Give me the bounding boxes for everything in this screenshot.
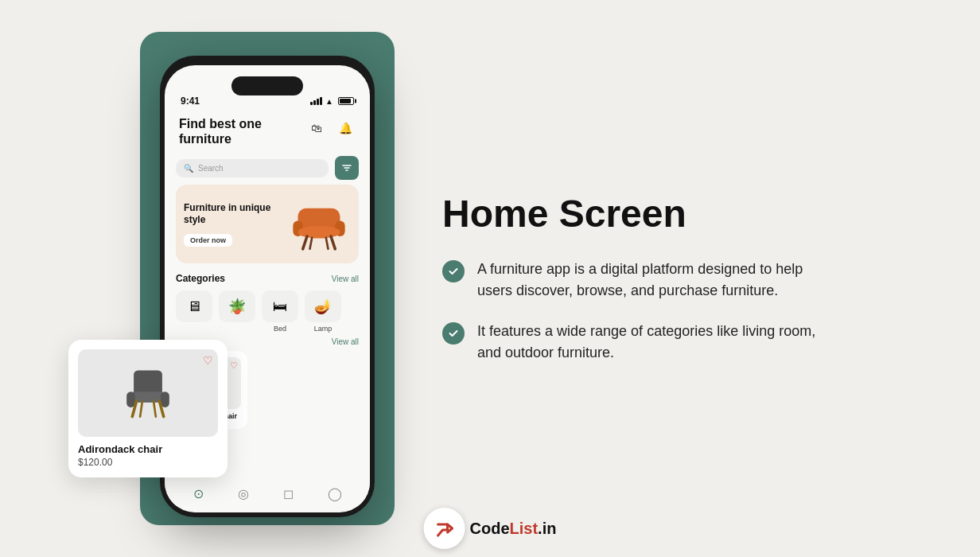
search-bar: 🔍 Search (176, 156, 359, 180)
check-icon-2 (442, 322, 465, 345)
app-title: Find best one furniture (179, 116, 262, 146)
section-title: Home Screen (442, 193, 840, 236)
app-header: Find best one furniture 🛍 🔔 (165, 110, 370, 151)
popup-chair-image: ♡ (78, 349, 218, 437)
svg-line-10 (310, 238, 313, 249)
order-now-button[interactable]: Order now (184, 234, 232, 247)
nav-home[interactable]: ⊙ (193, 486, 204, 501)
popup-chair-name: Adirondack chair (78, 443, 218, 455)
feature-list: A furniture app is a digital platform de… (442, 259, 840, 364)
cart-icon[interactable]: 🛍 (306, 118, 327, 138)
bed-icon: 🛏 (262, 290, 298, 322)
bed-label: Bed (274, 325, 286, 333)
feature-item-2: It features a wide range of categories l… (442, 321, 840, 364)
product-heart-icon[interactable]: ♡ (230, 360, 238, 371)
popup-heart-icon[interactable]: ♡ (203, 354, 213, 367)
categories-header: Categories View all (165, 268, 370, 287)
lamp-label: Lamp (314, 325, 332, 333)
battery-icon (338, 97, 354, 105)
svg-point-7 (298, 226, 340, 239)
signal-icon (310, 97, 322, 105)
svg-rect-22 (161, 391, 169, 407)
header-icons: 🛍 🔔 (306, 118, 356, 138)
products-view-all[interactable]: View all (332, 337, 359, 346)
category-lamp[interactable]: 🪔 Lamp (305, 290, 341, 333)
category-monitor[interactable]: 🖥 (176, 290, 212, 333)
svg-point-27 (430, 514, 459, 543)
status-icons: ▲ (310, 97, 354, 106)
svg-rect-21 (126, 391, 135, 407)
bell-icon[interactable]: 🔔 (335, 118, 356, 138)
svg-line-8 (303, 236, 307, 249)
codelist-logo (424, 508, 465, 549)
filter-button[interactable] (335, 156, 359, 180)
feature-item-1: A furniture app is a digital platform de… (442, 259, 840, 302)
phone-area: 9:41 ▲ (140, 32, 395, 525)
svg-line-25 (140, 401, 142, 416)
banner-title: Furniture in unique style (184, 202, 287, 227)
promo-banner: Furniture in unique style Order now (176, 185, 359, 263)
watermark-text: CodeList.in (470, 520, 557, 538)
categories-label: Categories (176, 273, 225, 284)
popup-chair-price: $120.00 (78, 457, 218, 468)
plant-icon: 🪴 (219, 290, 255, 322)
feature-text-1: A furniture app is a digital platform de… (477, 259, 840, 302)
page-container: 9:41 ▲ (0, 0, 980, 557)
product-popup-card: ♡ Adirondack chair $120.00 (68, 340, 228, 477)
right-content: Home Screen A furniture app is a digital… (442, 193, 840, 364)
watermark: CodeList.in (424, 508, 557, 549)
svg-line-9 (331, 236, 335, 249)
nav-profile[interactable]: ◯ (328, 486, 342, 501)
banner-chair-image (287, 194, 351, 254)
monitor-icon: 🖥 (176, 290, 212, 322)
svg-line-11 (326, 238, 329, 249)
feature-text-2: It features a wide range of categories l… (477, 321, 840, 364)
lamp-icon: 🪔 (305, 290, 341, 322)
categories-row: 🖥 🪴 🛏 Bed 🪔 Lamp (165, 287, 370, 336)
bottom-nav: ⊙ ◎ ◻ ◯ (165, 481, 370, 506)
svg-line-26 (154, 401, 156, 416)
wifi-icon: ▲ (325, 97, 333, 106)
status-time: 9:41 (181, 95, 200, 107)
category-plant[interactable]: 🪴 (219, 290, 255, 333)
search-input-wrap[interactable]: 🔍 Search (176, 159, 329, 177)
banner-text: Furniture in unique style Order now (184, 202, 287, 247)
search-magnifier-icon: 🔍 (184, 164, 193, 173)
nav-search[interactable]: ◎ (238, 486, 249, 501)
search-placeholder: Search (198, 164, 224, 173)
nav-cart[interactable]: ◻ (283, 486, 294, 501)
category-bed[interactable]: 🛏 Bed (262, 290, 298, 333)
dynamic-island (231, 76, 303, 95)
categories-view-all[interactable]: View all (332, 275, 359, 283)
check-icon-1 (442, 260, 465, 282)
